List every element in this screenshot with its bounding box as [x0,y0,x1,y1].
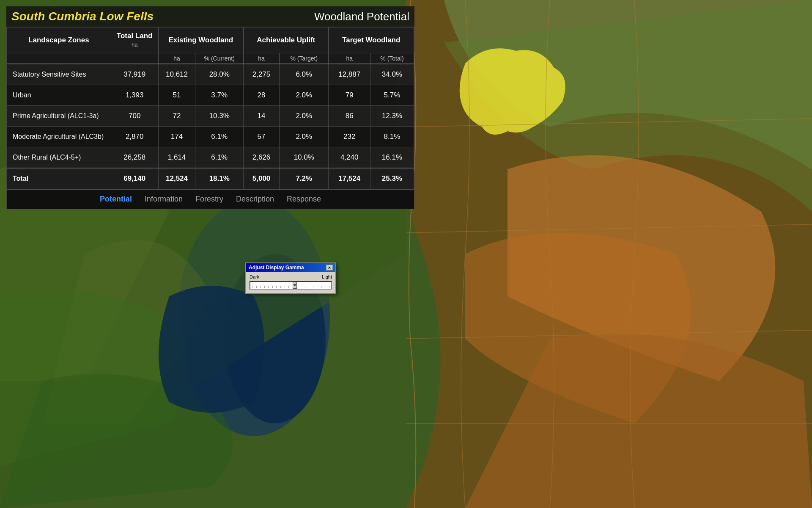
col-header-total-land: Total Landha [111,28,158,53]
tgt-ha: 4,240 [329,147,370,168]
total-row: Total 69,140 12,524 18.1% 5,000 7.2% 17,… [7,168,414,189]
gamma-slider-thumb[interactable] [293,282,297,289]
gamma-label-light: Light [322,274,332,279]
tab-bar: Potential Information Forestry Descripti… [7,189,414,209]
exist-pct: 28.0% [195,64,244,85]
tick-6 [272,286,273,288]
table-row: Prime Agricultural (ALC1-3a) 700 72 10.3… [7,106,414,127]
tab-information[interactable]: Information [145,195,183,204]
zone-name: Urban [7,85,111,106]
gamma-tick-marks [252,286,329,288]
total-exist-ha: 12,524 [158,168,195,189]
exist-pct: 3.7% [195,85,244,106]
tab-description[interactable]: Description [236,195,274,204]
tick-19 [325,286,325,288]
gamma-dialog: Adjust Display Gamma × Dark Light [245,262,336,294]
total-exist-pct: 18.1% [195,168,244,189]
ach-ha: 2,626 [244,147,280,168]
left-panel: South Cumbria Low Fells Woodland Potenti… [6,6,414,209]
gamma-title-text: Adjust Display Gamma [249,265,304,271]
table-row: Other Rural (ALC4-5+) 26,258 1,614 6.1% … [7,147,414,168]
subheader-ach-pct: % (Target) [280,53,329,64]
tick-1 [252,286,252,288]
subheader-total-ha [111,53,158,64]
ach-pct: 2.0% [280,106,329,127]
tick-9 [285,286,285,288]
tick-15 [309,286,309,288]
exist-ha: 10,612 [158,64,195,85]
total-ha: 26,258 [111,147,158,168]
total-tgt-pct: 25.3% [370,168,414,189]
tick-7 [276,286,277,288]
ach-ha: 57 [244,127,280,147]
zone-name: Moderate Agricultural (ALC3b) [7,127,111,147]
tick-4 [264,286,265,288]
col-header-existing: Existing Woodland [158,28,243,53]
table-body: Statutory Sensitive Sites 37,919 10,612 … [7,64,414,189]
tick-2 [256,286,257,288]
total-ach-pct: 7.2% [280,168,329,189]
tick-18 [321,286,321,288]
data-table: Landscape Zones Total Landha Existing Wo… [6,27,414,209]
tgt-ha: 232 [329,127,370,147]
tick-3 [260,286,261,288]
tick-8 [280,286,281,288]
tgt-pct: 8.1% [370,127,414,147]
header-row: Landscape Zones Total Landha Existing Wo… [7,28,414,53]
subheader-tgt-pct: % (Total) [370,53,414,64]
tgt-pct: 16.1% [370,147,414,168]
panel-subtitle: Woodland Potential [314,10,409,23]
subheader-landscape [7,53,111,64]
tick-13 [301,286,301,288]
gamma-label-dark: Dark [250,274,259,279]
tgt-pct: 34.0% [370,64,414,85]
table-row: Statutory Sensitive Sites 37,919 10,612 … [7,64,414,85]
tab-response[interactable]: Response [287,195,321,204]
tab-forestry[interactable]: Forestry [195,195,223,204]
subheader-row: ha % (Current) ha % (Target) ha % (Total… [7,53,414,64]
tgt-ha: 79 [329,85,370,106]
ach-ha: 14 [244,106,280,127]
subheader-exist-ha: ha [158,53,195,64]
ach-pct: 2.0% [280,127,329,147]
gamma-body: Dark Light [246,272,335,293]
exist-pct: 6.1% [195,127,244,147]
exist-ha: 51 [158,85,195,106]
ach-ha: 28 [244,85,280,106]
ach-ha: 2,275 [244,64,280,85]
tgt-pct: 5.7% [370,85,414,106]
subheader-exist-pct: % (Current) [195,53,244,64]
gamma-labels: Dark Light [250,274,332,279]
tgt-ha: 12,887 [329,64,370,85]
total-ha: 2,870 [111,127,158,147]
tick-16 [313,286,313,288]
total-label: Total [7,168,111,189]
gamma-slider-track[interactable] [250,281,332,290]
zone-name: Prime Agricultural (ALC1-3a) [7,106,111,127]
total-ha: 700 [111,106,158,127]
gamma-close-button[interactable]: × [326,265,333,271]
ach-pct: 10.0% [280,147,329,168]
total-ha: 37,919 [111,64,158,85]
col-header-achievable: Achievable Uplift [244,28,329,53]
tick-10 [288,286,289,288]
total-ach-ha: 5,000 [244,168,280,189]
subheader-ach-ha: ha [244,53,280,64]
zone-name: Statutory Sensitive Sites [7,64,111,85]
tab-potential[interactable]: Potential [100,195,132,204]
subheader-tgt-ha: ha [329,53,370,64]
total-tgt-ha: 17,524 [329,168,370,189]
exist-ha: 72 [158,106,195,127]
tick-20 [329,286,329,288]
gamma-title-bar: Adjust Display Gamma × [246,263,335,272]
tick-17 [317,286,317,288]
col-header-target: Target Woodland [329,28,414,53]
table-row: Urban 1,393 51 3.7% 28 2.0% 79 5.7% [7,85,414,106]
tgt-ha: 86 [329,106,370,127]
panel-header: South Cumbria Low Fells Woodland Potenti… [6,6,414,27]
exist-pct: 6.1% [195,147,244,168]
woodland-table: Landscape Zones Total Landha Existing Wo… [7,28,414,189]
total-ha: 1,393 [111,85,158,106]
total-total-ha: 69,140 [111,168,158,189]
region-title: South Cumbria Low Fells [11,10,154,23]
